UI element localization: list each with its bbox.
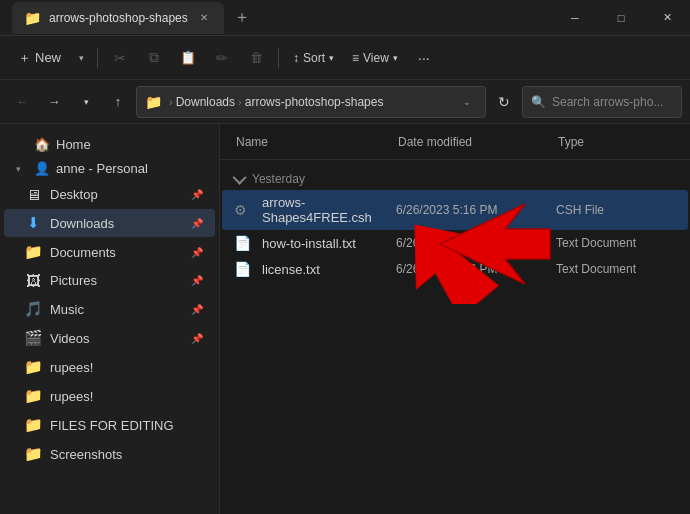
breadcrumb-downloads[interactable]: Downloads bbox=[176, 95, 235, 109]
rupees2-label: rupees! bbox=[50, 389, 93, 404]
file-row-license[interactable]: 📄 license.txt 6/26/2023 5:16 PM Text Doc… bbox=[222, 256, 688, 282]
address-bar: ← → ▾ ↑ 📁 › Downloads › arrows-photoshop… bbox=[0, 80, 690, 124]
sidebar-personal[interactable]: ▾ 👤 anne - Personal bbox=[4, 157, 215, 180]
music-pin-icon: 📌 bbox=[191, 304, 203, 315]
sidebar-item-desktop[interactable]: 🖥 Desktop 📌 bbox=[4, 181, 215, 208]
music-label: Music bbox=[50, 302, 84, 317]
desktop-label: Desktop bbox=[50, 187, 98, 202]
sort-dropdown-icon: ▾ bbox=[329, 53, 334, 63]
toolbar: ＋ New ▾ ✂ ⧉ 📋 ✏ 🗑 ↕ Sort ▾ ≡ View ▾ ··· bbox=[0, 36, 690, 80]
new-plus-icon: ＋ bbox=[18, 49, 31, 67]
pictures-label: Pictures bbox=[50, 273, 97, 288]
new-tab-button[interactable]: ＋ bbox=[228, 4, 256, 32]
sidebar-item-rupees1[interactable]: 📁 rupees! bbox=[4, 353, 215, 381]
title-bar: 📁 arrows-photoshop-shapes ✕ ＋ ─ □ ✕ bbox=[0, 0, 690, 36]
copy-button[interactable]: ⧉ bbox=[138, 42, 170, 74]
cut-icon: ✂ bbox=[114, 50, 126, 66]
group-yesterday: Yesterday bbox=[220, 164, 690, 190]
home-icon: 🏠 bbox=[34, 137, 50, 152]
more-button[interactable]: ··· bbox=[408, 42, 440, 74]
rupees1-icon: 📁 bbox=[24, 358, 42, 376]
breadcrumb-dropdown-icon[interactable]: ⌄ bbox=[457, 88, 477, 116]
csh-file-date: 6/26/2023 5:16 PM bbox=[396, 203, 556, 217]
tab-close-button[interactable]: ✕ bbox=[196, 10, 212, 26]
downloads-label: Downloads bbox=[50, 216, 114, 231]
sidebar-item-downloads[interactable]: ⬇ Downloads 📌 bbox=[4, 209, 215, 237]
cut-button[interactable]: ✂ bbox=[104, 42, 136, 74]
sidebar-item-music[interactable]: 🎵 Music 📌 bbox=[4, 295, 215, 323]
back-button[interactable]: ← bbox=[8, 88, 36, 116]
breadcrumb-bar[interactable]: 📁 › Downloads › arrows-photoshop-shapes … bbox=[136, 86, 486, 118]
rename-icon: ✏ bbox=[216, 50, 228, 66]
howto-file-name: how-to-install.txt bbox=[262, 236, 396, 251]
personal-icon: 👤 bbox=[34, 161, 50, 176]
sort-button[interactable]: ↕ Sort ▾ bbox=[285, 42, 342, 74]
forward-button[interactable]: → bbox=[40, 88, 68, 116]
documents-icon: 📁 bbox=[24, 243, 42, 261]
search-placeholder: Search arrows-pho... bbox=[552, 95, 663, 109]
minimize-button[interactable]: ─ bbox=[552, 0, 598, 36]
new-button-dropdown[interactable]: ▾ bbox=[71, 42, 91, 74]
csh-file-type: CSH File bbox=[556, 203, 676, 217]
sidebar-home[interactable]: 🏠 Home bbox=[4, 133, 215, 156]
paste-button[interactable]: 📋 bbox=[172, 42, 204, 74]
home-label: Home bbox=[56, 137, 91, 152]
sidebar: 🏠 Home ▾ 👤 anne - Personal 🖥 Desktop 📌 ⬇… bbox=[0, 124, 220, 514]
title-bar-left: 📁 arrows-photoshop-shapes ✕ ＋ bbox=[12, 2, 256, 34]
active-tab[interactable]: 📁 arrows-photoshop-shapes ✕ bbox=[12, 2, 224, 34]
file-header: Name Date modified Type bbox=[220, 124, 690, 160]
col-type[interactable]: Type bbox=[558, 135, 678, 149]
breadcrumb-folder-icon: 📁 bbox=[145, 94, 162, 110]
toolbar-separator-2 bbox=[278, 48, 279, 68]
sort-icon: ↕ bbox=[293, 51, 299, 65]
screenshots-label: Screenshots bbox=[50, 447, 122, 462]
rename-button[interactable]: ✏ bbox=[206, 42, 238, 74]
window-controls: ─ □ ✕ bbox=[552, 0, 690, 36]
files-editing-icon: 📁 bbox=[24, 416, 42, 434]
sidebar-item-documents[interactable]: 📁 Documents 📌 bbox=[4, 238, 215, 266]
col-name[interactable]: Name bbox=[232, 135, 398, 149]
howto-file-date: 6/26/2023 5:16 PM bbox=[396, 236, 556, 250]
license-file-name: license.txt bbox=[262, 262, 396, 277]
paste-icon: 📋 bbox=[180, 50, 196, 65]
main-layout: 🏠 Home ▾ 👤 anne - Personal 🖥 Desktop 📌 ⬇… bbox=[0, 124, 690, 514]
license-file-type: Text Document bbox=[556, 262, 676, 276]
new-button-main[interactable]: ＋ New bbox=[8, 42, 71, 74]
sidebar-item-screenshots[interactable]: 📁 Screenshots bbox=[4, 440, 215, 468]
sidebar-item-files-editing[interactable]: 📁 FILES FOR EDITING bbox=[4, 411, 215, 439]
sidebar-item-pictures[interactable]: 🖼 Pictures 📌 bbox=[4, 267, 215, 294]
rupees2-icon: 📁 bbox=[24, 387, 42, 405]
screenshots-icon: 📁 bbox=[24, 445, 42, 463]
music-icon: 🎵 bbox=[24, 300, 42, 318]
delete-button[interactable]: 🗑 bbox=[240, 42, 272, 74]
file-row-howto[interactable]: 📄 how-to-install.txt 6/26/2023 5:16 PM T… bbox=[222, 230, 688, 256]
videos-label: Videos bbox=[50, 331, 90, 346]
documents-label: Documents bbox=[50, 245, 116, 260]
sidebar-item-rupees2[interactable]: 📁 rupees! bbox=[4, 382, 215, 410]
desktop-pin-icon: 📌 bbox=[191, 189, 203, 200]
search-bar[interactable]: 🔍 Search arrows-pho... bbox=[522, 86, 682, 118]
new-button[interactable]: ＋ New ▾ bbox=[8, 42, 91, 74]
recent-locations-button[interactable]: ▾ bbox=[72, 88, 100, 116]
view-dropdown-icon: ▾ bbox=[393, 53, 398, 63]
col-date[interactable]: Date modified bbox=[398, 135, 558, 149]
close-button[interactable]: ✕ bbox=[644, 0, 690, 36]
tab-title: arrows-photoshop-shapes bbox=[49, 11, 188, 25]
refresh-button[interactable]: ↻ bbox=[490, 88, 518, 116]
maximize-button[interactable]: □ bbox=[598, 0, 644, 36]
rupees1-label: rupees! bbox=[50, 360, 93, 375]
personal-expand-icon: ▾ bbox=[16, 164, 28, 174]
copy-icon: ⧉ bbox=[149, 49, 159, 66]
pictures-pin-icon: 📌 bbox=[191, 275, 203, 286]
file-row-csh[interactable]: ⚙ arrows-Shapes4FREE.csh 6/26/2023 5:16 … bbox=[222, 190, 688, 230]
desktop-icon: 🖥 bbox=[24, 186, 42, 203]
delete-icon: 🗑 bbox=[250, 50, 263, 65]
howto-file-icon: 📄 bbox=[234, 235, 256, 251]
documents-pin-icon: 📌 bbox=[191, 247, 203, 258]
breadcrumb-current[interactable]: arrows-photoshop-shapes bbox=[245, 95, 384, 109]
more-icon: ··· bbox=[418, 50, 430, 66]
view-button[interactable]: ≡ View ▾ bbox=[344, 42, 406, 74]
search-icon: 🔍 bbox=[531, 95, 546, 109]
sidebar-item-videos[interactable]: 🎬 Videos 📌 bbox=[4, 324, 215, 352]
up-button[interactable]: ↑ bbox=[104, 88, 132, 116]
